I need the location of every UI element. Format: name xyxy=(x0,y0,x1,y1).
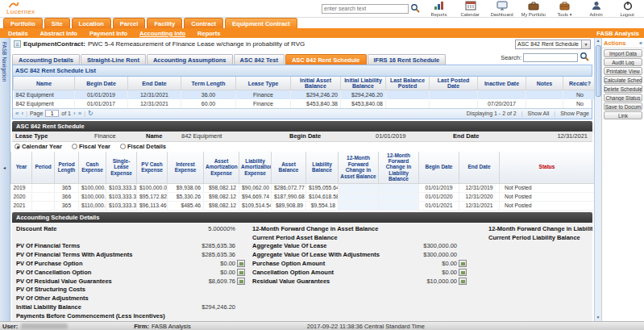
view-option-calendar-year[interactable]: Calendar Year xyxy=(15,143,62,150)
expand-navigation-icon[interactable]: ◄ xyxy=(2,165,6,170)
sub-tab-abstract-info[interactable]: Abstract Info xyxy=(40,30,77,37)
column-header-asset-balance[interactable]: Asset Balance xyxy=(272,152,306,184)
column-header-liability-amortization-expense[interactable]: Liability Amortization Expense xyxy=(239,152,272,184)
show-all-link[interactable]: Show All xyxy=(528,111,550,116)
prev-page-icon[interactable]: ‹ xyxy=(21,111,23,117)
column-header-year[interactable]: Year xyxy=(11,152,32,184)
printable-view-button[interactable]: Printable View xyxy=(604,67,642,75)
view-option-fiscal-year[interactable]: Fiscal Year xyxy=(72,143,110,150)
change-status-button[interactable]: Change Status xyxy=(604,94,642,102)
collapsed-navigation-panel[interactable]: FASB Navigation ◄ xyxy=(0,38,10,321)
column-header-last-posted-date[interactable]: Last Posted Date xyxy=(430,77,478,90)
tab-ifrs-16-rent-schedule[interactable]: IFRS 16 Rent Schedule xyxy=(368,54,447,65)
radio-icon[interactable] xyxy=(72,144,77,149)
tab-asc-842-rent-schedule[interactable]: ASC 842 Rent Schedule xyxy=(285,54,367,65)
column-header-12-month-forward-change-in-liability-balance[interactable]: 12-Month Forward Change in Liability Bal… xyxy=(379,152,419,184)
column-header-end-date[interactable]: End Date xyxy=(128,77,181,90)
column-header-asset-amortization-expense[interactable]: Asset Amortization Expense xyxy=(204,152,239,184)
view-option-fiscal-details[interactable]: Fiscal Details xyxy=(120,143,166,150)
tab-accounting-details[interactable]: Accounting Details xyxy=(12,54,80,65)
schedule-select-dropdown[interactable]: ASC 842 Rent Schedule ▼ xyxy=(515,40,591,49)
column-header-inactive-date[interactable]: Inactive Date xyxy=(478,77,526,90)
column-header-recalc[interactable]: Recalc? xyxy=(563,77,597,90)
rent-schedule-row[interactable]: 2019365$100,000.00$103,333.32$100,000.00… xyxy=(11,183,595,192)
link-button[interactable]: Link xyxy=(604,111,642,119)
lookup-icon[interactable] xyxy=(237,269,245,276)
chevron-down-icon[interactable]: ▼ xyxy=(581,40,590,48)
column-header-12-month-forward-change-in-asset-balance[interactable]: 12-Month Forward Change in Asset Balance xyxy=(339,152,379,184)
lookup-icon[interactable] xyxy=(459,278,467,285)
main-tab-parcel[interactable]: Parcel xyxy=(113,18,146,28)
column-header-last-balance-posted[interactable]: Last Balance Posted xyxy=(386,77,430,90)
tool-calendar[interactable]: Calendar xyxy=(457,1,484,17)
list-cell: $453,840.08 xyxy=(341,99,386,108)
delete-schedule-button[interactable]: Delete Schedule xyxy=(604,85,642,93)
main-tab-contract[interactable]: Contract xyxy=(184,18,223,28)
column-header-period-length[interactable]: Period Length xyxy=(55,152,79,184)
scroll-up-icon[interactable]: ▲ xyxy=(596,38,600,44)
audit-log-button[interactable]: Audit Log xyxy=(604,58,642,66)
column-header-period[interactable]: Period xyxy=(32,152,55,184)
page-input[interactable] xyxy=(45,110,59,117)
schedule-list-row[interactable]: 842 Equipment01/01/201712/31/202160.00Fi… xyxy=(14,99,597,108)
column-header-begin-date[interactable]: Begin Date xyxy=(419,152,459,184)
radio-icon[interactable] xyxy=(15,144,20,149)
tool-my-portfolio[interactable]: My Portfolio xyxy=(520,1,546,17)
collapse-actions-icon[interactable]: « xyxy=(639,40,642,46)
column-header-end-date[interactable]: End Date xyxy=(459,152,500,184)
column-header-term-length[interactable]: Term Length xyxy=(181,77,236,90)
column-header-initial-asset-balance[interactable]: Initial Asset Balance xyxy=(291,77,341,90)
import-data-button[interactable]: Import Data xyxy=(604,49,642,57)
column-header-name[interactable]: Name xyxy=(14,77,75,90)
column-header-interest-expense[interactable]: Interest Expense xyxy=(168,152,204,184)
schedule-list-row[interactable]: 842 Equipment01/01/201912/31/202136.00Fi… xyxy=(14,90,597,99)
tool-logout[interactable]: Logout xyxy=(614,1,641,17)
radio-icon[interactable] xyxy=(120,144,126,149)
main-tab-location[interactable]: Location xyxy=(72,18,111,28)
show-page-link[interactable]: Show Page xyxy=(560,111,589,116)
global-search-input[interactable] xyxy=(322,4,409,14)
save-to-docum-button[interactable]: Save to Docum xyxy=(604,102,642,111)
first-page-icon[interactable]: « xyxy=(15,111,19,117)
column-header-initial-liability-balance[interactable]: Initial Liability Balance xyxy=(341,77,386,90)
tool-tools[interactable]: Tools▼ xyxy=(551,1,578,17)
tab-straight-line-rent[interactable]: Straight-Line Rent xyxy=(81,54,146,65)
tool-dashboard[interactable]: Dashboard xyxy=(488,1,515,17)
column-header-notes[interactable]: Notes xyxy=(526,77,563,90)
search-magnifier-icon[interactable] xyxy=(410,3,420,15)
tool-admin[interactable]: Admin xyxy=(583,1,609,17)
lookup-icon[interactable] xyxy=(459,269,467,276)
column-header-cash-expense[interactable]: Cash Expense xyxy=(79,152,106,184)
main-tab-facility[interactable]: Facility xyxy=(147,18,182,28)
vertical-scrollbar[interactable]: ▲ ▼ xyxy=(594,38,601,321)
sub-tab-reports[interactable]: Reports xyxy=(197,30,220,37)
main-tab-portfolio[interactable]: Portfolio xyxy=(3,18,43,28)
lookup-icon[interactable] xyxy=(237,278,245,285)
sub-tab-payment-info[interactable]: Payment Info xyxy=(89,30,127,37)
tool-reports[interactable]: Reports xyxy=(426,1,452,17)
tab-asc-842-test[interactable]: ASC 842 Test xyxy=(234,54,285,65)
sub-tab-accounting-info[interactable]: Accounting Info xyxy=(139,30,185,37)
column-header-status[interactable]: Status xyxy=(500,152,595,184)
next-page-icon[interactable]: › xyxy=(73,111,76,117)
column-header-pv-cash-expense[interactable]: PV Cash Expense xyxy=(137,152,168,184)
last-page-icon[interactable]: » xyxy=(78,111,81,117)
scroll-down-icon[interactable]: ▼ xyxy=(596,315,600,321)
main-tab-site[interactable]: Site xyxy=(44,18,70,28)
column-header-begin-date[interactable]: Begin Date xyxy=(75,77,128,90)
column-header-liability-balance[interactable]: Liability Balance xyxy=(306,152,339,184)
tab-accounting-assumptions[interactable]: Accounting Assumptions xyxy=(147,54,233,65)
column-header-single-lease-expense[interactable]: Single-Lease Expense xyxy=(106,152,137,184)
sub-tab-details[interactable]: Details xyxy=(8,30,28,37)
list-search-input[interactable] xyxy=(523,53,578,62)
list-search-icon[interactable] xyxy=(580,52,589,63)
main-tab-equipment-contract[interactable]: Equipment Contract xyxy=(225,18,297,28)
lookup-icon[interactable] xyxy=(237,260,245,267)
column-header-lease-type[interactable]: Lease Type xyxy=(236,77,291,90)
scrollbar-thumb[interactable] xyxy=(596,45,601,97)
lookup-icon[interactable] xyxy=(459,260,467,267)
calculate-sched-button[interactable]: Calculate Sched xyxy=(604,76,642,84)
rent-schedule-row[interactable]: 2021365$110,000.00$103,333.36$96,113.46$… xyxy=(11,201,595,210)
rent-schedule-row[interactable]: 2020366$100,000.00$103,333.32$95,172.82$… xyxy=(11,192,595,201)
refresh-icon[interactable]: ↻ xyxy=(88,111,93,117)
